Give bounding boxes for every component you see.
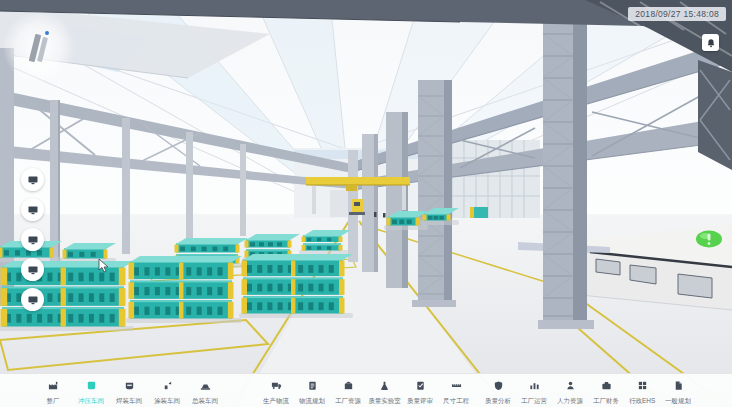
- toolbar-item-welding[interactable]: 焊装车间: [110, 374, 148, 407]
- toolbar-item-lab[interactable]: 质量实验室: [366, 374, 402, 407]
- near-column: [538, 14, 594, 329]
- clock: 2018/09/27 15:48:08: [628, 7, 726, 21]
- side-button-group: [21, 168, 44, 311]
- alert-marker[interactable]: [696, 231, 722, 248]
- toolbar-group-operations: 生产物流物流规划工厂资源质量实验室质量评审尺寸工程: [258, 374, 474, 407]
- view-panel-3-button[interactable]: [21, 228, 44, 251]
- toolbar-item-label: 质量实验室: [368, 397, 400, 404]
- toolbar-item-label: 一般规划: [665, 397, 691, 404]
- case-icon: [601, 380, 612, 391]
- resources-icon: [343, 380, 354, 391]
- toolbar-item-label: 质量分析: [485, 397, 511, 404]
- toolbar-item-label: 工厂财务: [593, 397, 619, 404]
- notification-button[interactable]: [702, 34, 719, 51]
- toolbar-item-review[interactable]: 质量评审: [402, 374, 438, 407]
- toolbar-item-factory[interactable]: 整厂: [34, 374, 72, 407]
- toolbar-item-ruler[interactable]: 尺寸工程: [438, 374, 474, 407]
- view-panel-5-button[interactable]: [21, 288, 44, 311]
- grid-icon: [637, 380, 648, 391]
- right-edge-structure: [698, 60, 732, 170]
- toolbar-item-person[interactable]: 人力资源: [552, 374, 588, 407]
- toolbar-item-stamping[interactable]: 冲压车间: [72, 374, 110, 407]
- view-panel-1-button[interactable]: [21, 168, 44, 191]
- toolbar-item-label: 冲压车间: [78, 397, 104, 404]
- toolbar-item-label: 生产物流: [263, 397, 289, 404]
- monitor-icon: [27, 204, 39, 216]
- factory-3d-viewport[interactable]: [0, 0, 732, 407]
- toolbar-item-truck[interactable]: 生产物流: [258, 374, 294, 407]
- stamping-icon: [86, 380, 97, 391]
- toolbar-item-label: 行政EHS: [629, 397, 655, 404]
- toolbar-item-label: 人力资源: [557, 397, 583, 404]
- plan-icon: [307, 380, 318, 391]
- welding-icon: [124, 380, 135, 391]
- monitor-icon: [27, 174, 39, 186]
- review-icon: [415, 380, 426, 391]
- toolbar-item-resources[interactable]: 工厂资源: [330, 374, 366, 407]
- toolbar-item-label: 涂装车间: [154, 397, 180, 404]
- view-panel-2-button[interactable]: [21, 198, 44, 221]
- toolbar-item-assembly[interactable]: 总装车间: [186, 374, 224, 407]
- chart-icon: [529, 380, 540, 391]
- truck-icon: [271, 380, 282, 391]
- toolbar-group-management: 质量分析工厂运营人力资源工厂财务行政EHS一般规划: [480, 374, 696, 407]
- ruler-icon: [451, 380, 462, 391]
- toolbar-item-label: 总装车间: [192, 397, 218, 404]
- bottom-toolbar: 整厂冲压车间焊装车间涂装车间总装车间生产物流物流规划工厂资源质量实验室质量评审尺…: [0, 373, 732, 407]
- lab-icon: [379, 380, 390, 391]
- toolbar-item-case[interactable]: 工厂财务: [588, 374, 624, 407]
- painting-icon: [162, 380, 173, 391]
- bell-icon: [706, 38, 716, 48]
- monitor-icon: [27, 234, 39, 246]
- digital-twin-factory-app: 2018/09/27 15:48:08 整厂冲压车间焊装车间涂装车间总装车间生产…: [0, 0, 732, 407]
- toolbar-item-label: 焊装车间: [116, 397, 142, 404]
- view-panel-4-button[interactable]: [21, 258, 44, 281]
- toolbar-group-workshops: 整厂冲压车间焊装车间涂装车间总装车间: [34, 374, 224, 407]
- assembly-icon: [200, 380, 211, 391]
- toolbar-item-grid[interactable]: 行政EHS: [624, 374, 660, 407]
- person-icon: [565, 380, 576, 391]
- shield-icon: [493, 380, 504, 391]
- toolbar-item-painting[interactable]: 涂装车间: [148, 374, 186, 407]
- toolbar-item-shield[interactable]: 质量分析: [480, 374, 516, 407]
- monitor-icon: [27, 294, 39, 306]
- die-stack[interactable]: [126, 256, 242, 323]
- factory-icon: [48, 380, 59, 391]
- toolbar-item-doc[interactable]: 一般规划: [660, 374, 696, 407]
- doc-icon: [673, 380, 684, 391]
- toolbar-item-label: 质量评审: [407, 397, 433, 404]
- toolbar-item-chart[interactable]: 工厂运营: [516, 374, 552, 407]
- monitor-icon: [27, 264, 39, 276]
- toolbar-item-label: 工厂资源: [335, 397, 361, 404]
- die-stack[interactable]: [239, 254, 353, 318]
- toolbar-item-label: 物流规划: [299, 397, 325, 404]
- toolbar-item-label: 工厂运营: [521, 397, 547, 404]
- toolbar-item-plan[interactable]: 物流规划: [294, 374, 330, 407]
- toolbar-item-label: 整厂: [47, 397, 60, 404]
- toolbar-item-label: 尺寸工程: [443, 397, 469, 404]
